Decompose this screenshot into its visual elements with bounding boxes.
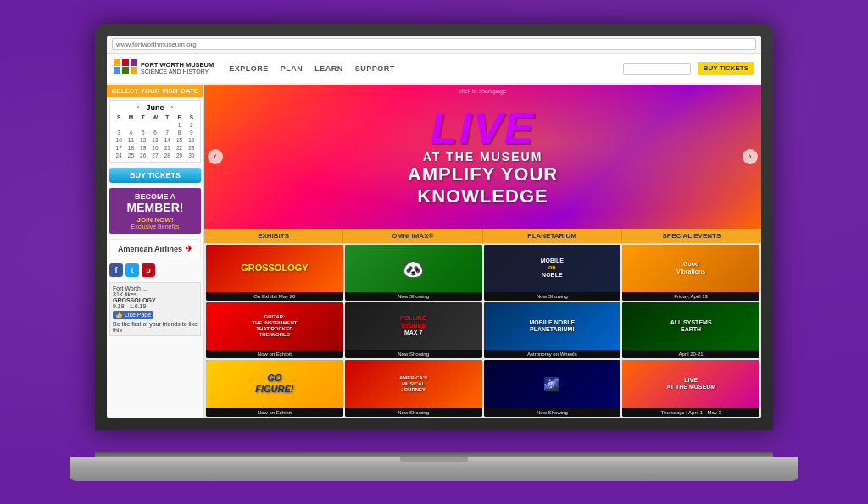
buy-tickets-header-button[interactable]: BUY TICKETS bbox=[698, 62, 754, 75]
laptop-bezel: www.fortworthmuseum.org bbox=[95, 24, 773, 430]
nav-explore[interactable]: EXPLORE bbox=[229, 64, 269, 73]
americas-label: Now Showing bbox=[345, 408, 482, 417]
cal-day[interactable]: 15 bbox=[173, 136, 185, 144]
cal-header-fri: F bbox=[173, 114, 185, 121]
grid-cell-rolling[interactable]: ROLLINGSTONESMAX 7 Now Showing bbox=[345, 302, 482, 358]
hero-banner[interactable]: click to sharepage ‹ LIVE AT THE MUSEUM … bbox=[204, 85, 761, 229]
live2-image: LIVEAT THE MUSEUM bbox=[622, 360, 760, 407]
grid-cell-americas[interactable]: AMERICA'SMUSICALJOURNEY Now Showing bbox=[345, 360, 482, 416]
museum-name: FORT WORTH MUSEUM bbox=[141, 61, 214, 69]
cal-day[interactable] bbox=[149, 121, 161, 129]
cal-day[interactable]: 13 bbox=[149, 136, 161, 144]
grid-headers: EXHIBITS OMNI IMAX® PLANETARIUM SPECIAL … bbox=[204, 229, 761, 243]
member-label: MEMBER! bbox=[114, 201, 197, 214]
guitar-label: Now on Exhibit bbox=[206, 350, 343, 358]
laptop-wrapper: www.fortworthmuseum.org bbox=[70, 15, 798, 490]
stars-image: 🌌 bbox=[484, 360, 621, 407]
cal-day[interactable]: 24 bbox=[113, 152, 125, 159]
become-label: BECOME A bbox=[114, 192, 197, 202]
calendar-box: ‹ June › S M T bbox=[109, 100, 201, 163]
cal-day today[interactable]: 30 bbox=[186, 152, 198, 159]
vibrations-label: Friday, April 13 bbox=[622, 292, 760, 301]
cal-day[interactable]: 14 bbox=[161, 136, 173, 144]
cal-day[interactable] bbox=[161, 121, 173, 129]
cal-day[interactable]: 19 bbox=[137, 144, 149, 152]
cal-day[interactable]: 29 bbox=[173, 152, 185, 159]
cal-day[interactable]: 27 bbox=[149, 152, 161, 159]
cal-day[interactable]: 23 bbox=[186, 144, 198, 152]
cal-day[interactable]: 20 bbox=[149, 144, 161, 152]
allsystems-label: April 20-21 bbox=[622, 350, 760, 358]
grid-cell-panda[interactable]: 🐼 Now Showing bbox=[345, 245, 482, 301]
allsystems-title: ALL SYSTEMSEARTH bbox=[668, 317, 715, 336]
grid-cell-stars[interactable]: 🌌 Now Showing bbox=[484, 360, 621, 416]
fb-like-button[interactable]: 👍 Like Page bbox=[113, 311, 153, 319]
cal-day[interactable]: 7 bbox=[161, 129, 173, 136]
grid-rows: GROSSOLOGY On Exhibit May 26 bbox=[204, 243, 761, 418]
hero-badge: click to sharepage bbox=[459, 88, 506, 94]
cal-day[interactable]: 2 bbox=[186, 121, 198, 129]
grid-cell-noble[interactable]: MOBILEonNOBLE Now Showing bbox=[484, 245, 621, 301]
twitter-icon[interactable]: t bbox=[125, 263, 139, 277]
cal-day[interactable]: 5 bbox=[137, 129, 149, 136]
facebook-icon[interactable]: f bbox=[109, 263, 123, 277]
cal-day[interactable] bbox=[113, 121, 125, 129]
cal-day[interactable]: 11 bbox=[125, 136, 136, 144]
grid-cell-vibrations[interactable]: GoodVibrations Friday, April 13 bbox=[622, 245, 760, 301]
cal-day[interactable]: 25 bbox=[125, 152, 136, 159]
gofigure-label: Now on Exhibit bbox=[206, 408, 343, 417]
cal-day[interactable]: 10 bbox=[113, 136, 125, 144]
member-box[interactable]: BECOME A MEMBER! JOIN NOW! Exclusive Ben… bbox=[109, 188, 201, 235]
logo-sq-purple bbox=[131, 59, 137, 66]
cal-day[interactable]: 26 bbox=[137, 152, 149, 159]
cal-header-mon: M bbox=[125, 114, 136, 121]
pinterest-icon[interactable]: p bbox=[142, 263, 155, 277]
rolling-title: ROLLINGSTONESMAX 7 bbox=[398, 313, 430, 339]
grid-cell-guitar[interactable]: GUITAR:THE INSTRUMENTTHAT ROCKEDTHE WORL… bbox=[206, 302, 343, 358]
logo-sq-red bbox=[122, 59, 129, 66]
grossology-title: GROSSOLOGY bbox=[238, 260, 310, 276]
grid-cell-live2[interactable]: LIVEAT THE MUSEUM Thursdays | April 1 - … bbox=[622, 360, 760, 416]
calendar-prev-arrow[interactable]: ‹ bbox=[137, 103, 140, 111]
cal-day[interactable]: 1 bbox=[173, 121, 185, 129]
cal-day[interactable]: 16 bbox=[186, 136, 198, 144]
nav-plan[interactable]: PLAN bbox=[281, 64, 303, 73]
cal-day[interactable]: 28 bbox=[161, 152, 173, 159]
search-input[interactable] bbox=[623, 63, 691, 75]
cal-day[interactable]: 21 bbox=[161, 144, 173, 152]
stars-emoji: 🌌 bbox=[543, 376, 560, 392]
americas-image: AMERICA'SMUSICALJOURNEY bbox=[345, 360, 482, 407]
logo-icon bbox=[114, 59, 137, 78]
cal-day[interactable]: 3 bbox=[113, 129, 125, 136]
logo-area: FORT WORTH MUSEUM SCIENCE AND HISTORY bbox=[114, 59, 214, 78]
grid-cell-gofigure[interactable]: GOFIGURE! Now on Exhibit bbox=[206, 360, 343, 416]
logo-block-mid bbox=[122, 59, 129, 78]
grid-cell-mobile[interactable]: MOBILE NOBLEPLANETARIUM! Astronomy on Wh… bbox=[484, 302, 621, 358]
cal-day[interactable]: 8 bbox=[173, 129, 185, 136]
calendar-next-arrow[interactable]: › bbox=[171, 103, 174, 111]
cal-day[interactable]: 22 bbox=[173, 144, 185, 152]
nav-learn[interactable]: LEARN bbox=[314, 64, 343, 73]
cal-day[interactable]: 17 bbox=[113, 144, 125, 152]
hero-next-arrow[interactable]: › bbox=[743, 149, 758, 164]
grid-cell-grossology[interactable]: GROSSOLOGY On Exhibit May 26 bbox=[206, 245, 343, 301]
hero-prev-arrow[interactable]: ‹ bbox=[208, 149, 223, 164]
cal-header-sun: S bbox=[113, 114, 125, 121]
cal-day[interactable]: 9 bbox=[186, 129, 198, 136]
cal-day[interactable]: 4 bbox=[125, 129, 136, 136]
mobile-title: MOBILE NOBLEPLANETARIUM! bbox=[527, 317, 578, 336]
nav-support[interactable]: SUPPORT bbox=[355, 64, 395, 73]
airline-name: American Airlines bbox=[118, 245, 182, 253]
calendar-grid: S M T W T F S bbox=[113, 114, 198, 159]
buy-tickets-cal-button[interactable]: BUY TICKETS bbox=[109, 168, 201, 183]
address-bar[interactable]: www.fortworthmuseum.org bbox=[112, 38, 756, 50]
browser-bar: www.fortworthmuseum.org bbox=[107, 36, 761, 54]
cal-day[interactable] bbox=[137, 121, 149, 129]
cal-day[interactable]: 6 bbox=[149, 129, 161, 136]
grid-cell-allsystems[interactable]: ALL SYSTEMSEARTH April 20-21 bbox=[622, 302, 760, 358]
calendar-month-label: June bbox=[146, 103, 164, 112]
cal-day[interactable] bbox=[125, 121, 136, 129]
cal-day[interactable]: 12 bbox=[137, 136, 149, 144]
cal-day[interactable]: 18 bbox=[125, 144, 136, 152]
vibrations-title: GoodVibrations bbox=[674, 258, 708, 278]
